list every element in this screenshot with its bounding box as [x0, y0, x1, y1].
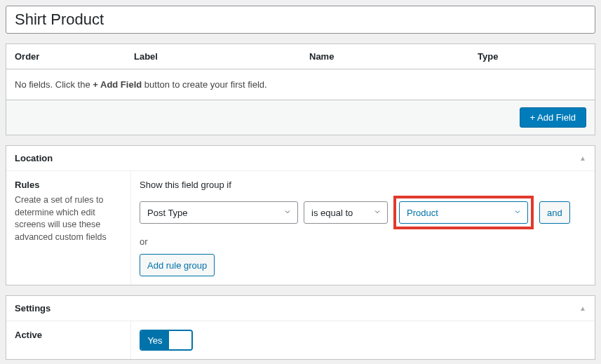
rules-label: Rules	[15, 180, 122, 190]
empty-text-pre: No fields. Click the	[15, 79, 93, 90]
chevron-down-icon	[373, 208, 381, 218]
field-group-title-input[interactable]	[6, 6, 595, 34]
rule-value-value: Product	[407, 208, 438, 218]
col-label-header: Label	[134, 51, 309, 62]
collapse-icon: ▲	[579, 154, 586, 162]
chevron-down-icon	[513, 208, 522, 218]
fields-table-box: Order Label Name Type No fields. Click t…	[6, 43, 595, 135]
active-label: Active	[6, 321, 131, 359]
location-header[interactable]: Location ▲	[6, 146, 595, 171]
fields-empty-row: No fields. Click the + Add Field button …	[6, 69, 595, 100]
col-order-header: Order	[15, 51, 134, 62]
empty-text-post: button to create your first field.	[142, 79, 266, 90]
add-rule-group-button[interactable]: Add rule group	[140, 254, 215, 276]
rule-row: Post Type is equal to Product and	[140, 196, 586, 229]
col-type-header: Type	[478, 51, 586, 62]
show-if-label: Show this field group if	[140, 180, 586, 190]
rules-main: Show this field group if Post Type is eq…	[131, 171, 595, 285]
settings-box: Settings ▲ Active Yes	[6, 295, 595, 360]
location-title: Location	[15, 153, 53, 163]
add-field-button[interactable]: + Add Field	[520, 107, 586, 128]
location-box: Location ▲ Rules Create a set of rules t…	[6, 145, 595, 285]
col-name-header: Name	[309, 51, 478, 62]
fields-table-header: Order Label Name Type	[6, 44, 595, 69]
active-toggle[interactable]: Yes	[140, 330, 193, 351]
empty-text-strong: + Add Field	[93, 79, 142, 90]
rule-param-value: Post Type	[147, 208, 188, 218]
and-button[interactable]: and	[539, 201, 570, 224]
rule-param-select[interactable]: Post Type	[140, 201, 298, 224]
active-toggle-blank	[169, 331, 191, 349]
active-toggle-yes: Yes	[141, 331, 169, 349]
rule-operator-value: is equal to	[311, 208, 353, 218]
rules-desc: Create a set of rules to determine which…	[15, 194, 122, 243]
chevron-down-icon	[283, 208, 292, 218]
fields-footer: + Add Field	[6, 100, 595, 135]
or-label: or	[140, 236, 586, 247]
settings-header[interactable]: Settings ▲	[6, 296, 595, 321]
rule-operator-select[interactable]: is equal to	[304, 201, 388, 224]
settings-title: Settings	[15, 303, 50, 314]
rule-value-highlight: Product	[393, 196, 534, 229]
rules-sidebar: Rules Create a set of rules to determine…	[6, 171, 131, 285]
rule-value-select[interactable]: Product	[399, 201, 528, 224]
collapse-icon: ▲	[579, 304, 586, 312]
